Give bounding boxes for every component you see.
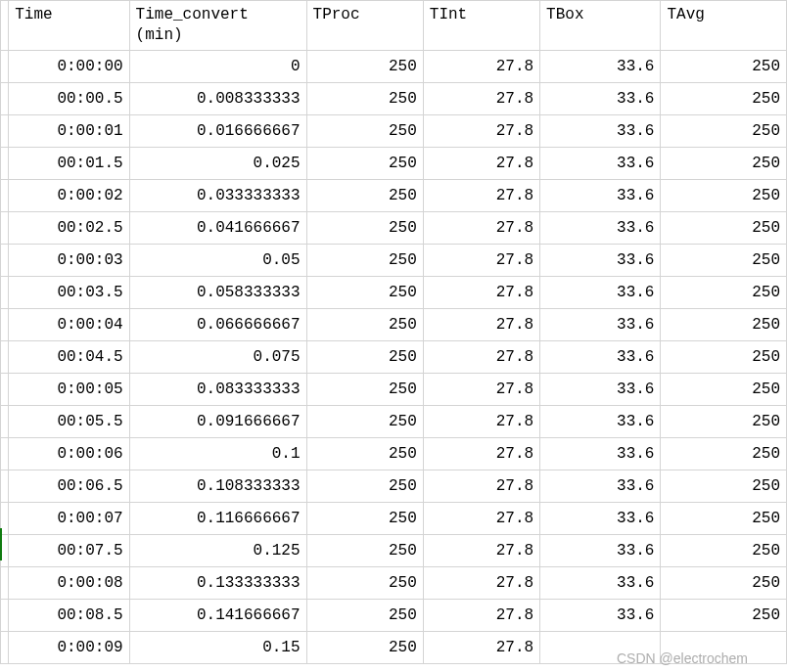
cell-tbox[interactable]: 33.6 (540, 147, 661, 179)
cell-tint[interactable]: 27.8 (423, 50, 539, 82)
cell-time-convert[interactable]: 0.133333333 (129, 566, 306, 599)
cell-tavg[interactable] (661, 631, 787, 663)
cell-tint[interactable]: 27.8 (423, 244, 539, 276)
cell-time[interactable]: 00:01.5 (9, 147, 129, 179)
cell-time[interactable]: 0:00:05 (9, 373, 129, 405)
cell-tavg[interactable]: 250 (661, 82, 787, 114)
cell-tproc[interactable]: 250 (306, 82, 423, 114)
cell-time-convert[interactable]: 0.025 (129, 147, 306, 179)
cell-tbox[interactable]: 33.6 (540, 50, 661, 82)
cell-time[interactable]: 0:00:09 (9, 631, 129, 663)
cell-tbox[interactable]: 33.6 (540, 340, 661, 373)
cell-tint[interactable]: 27.8 (423, 276, 539, 308)
cell-tproc[interactable]: 250 (306, 599, 423, 631)
table-row[interactable]: 0:00:090.1525027.8 (1, 631, 787, 663)
row-head-cell[interactable] (1, 276, 9, 308)
cell-tbox[interactable] (540, 631, 661, 663)
table-row[interactable]: 00:00.50.00833333325027.833.6250 (1, 82, 787, 114)
cell-tproc[interactable]: 250 (306, 147, 423, 179)
row-head-cell[interactable] (1, 470, 9, 502)
cell-tproc[interactable]: 250 (306, 566, 423, 599)
table-row[interactable]: 0:00:020.03333333325027.833.6250 (1, 179, 787, 211)
cell-tavg[interactable]: 250 (661, 340, 787, 373)
cell-time-convert[interactable]: 0.016666667 (129, 114, 306, 147)
cell-tproc[interactable]: 250 (306, 50, 423, 82)
cell-tproc[interactable]: 250 (306, 340, 423, 373)
row-head-cell[interactable] (1, 179, 9, 211)
cell-time[interactable]: 00:07.5 (9, 534, 129, 566)
row-head-cell[interactable] (1, 211, 9, 244)
col-header-time-convert[interactable]: Time_convert (min) (129, 1, 306, 51)
cell-tint[interactable]: 27.8 (423, 502, 539, 534)
cell-tbox[interactable]: 33.6 (540, 437, 661, 470)
cell-time-convert[interactable]: 0.116666667 (129, 502, 306, 534)
cell-time-convert[interactable]: 0.066666667 (129, 308, 306, 340)
table-row[interactable]: 0:00:060.125027.833.6250 (1, 437, 787, 470)
cell-tbox[interactable]: 33.6 (540, 599, 661, 631)
cell-tint[interactable]: 27.8 (423, 179, 539, 211)
cell-tproc[interactable]: 250 (306, 470, 423, 502)
row-head-cell[interactable] (1, 82, 9, 114)
cell-tavg[interactable]: 250 (661, 405, 787, 437)
cell-tint[interactable]: 27.8 (423, 211, 539, 244)
cell-time[interactable]: 0:00:02 (9, 179, 129, 211)
row-head-cell[interactable] (1, 437, 9, 470)
table-row[interactable]: 00:04.50.07525027.833.6250 (1, 340, 787, 373)
table-row[interactable]: 00:05.50.09166666725027.833.6250 (1, 405, 787, 437)
cell-tavg[interactable]: 250 (661, 437, 787, 470)
cell-tint[interactable]: 27.8 (423, 405, 539, 437)
cell-tint[interactable]: 27.8 (423, 114, 539, 147)
cell-tint[interactable]: 27.8 (423, 437, 539, 470)
cell-time-convert[interactable]: 0.141666667 (129, 599, 306, 631)
row-head-cell[interactable] (1, 50, 9, 82)
cell-time-convert[interactable]: 0.041666667 (129, 211, 306, 244)
cell-time[interactable]: 0:00:06 (9, 437, 129, 470)
cell-tavg[interactable]: 250 (661, 308, 787, 340)
cell-tproc[interactable]: 250 (306, 114, 423, 147)
cell-time-convert[interactable]: 0.1 (129, 437, 306, 470)
cell-tint[interactable]: 27.8 (423, 82, 539, 114)
cell-time-convert[interactable]: 0.091666667 (129, 405, 306, 437)
cell-time[interactable]: 00:08.5 (9, 599, 129, 631)
table-row[interactable]: 00:06.50.10833333325027.833.6250 (1, 470, 787, 502)
cell-tavg[interactable]: 250 (661, 502, 787, 534)
cell-time-convert[interactable]: 0.125 (129, 534, 306, 566)
cell-tavg[interactable]: 250 (661, 470, 787, 502)
cell-tproc[interactable]: 250 (306, 631, 423, 663)
cell-tint[interactable]: 27.8 (423, 147, 539, 179)
cell-tbox[interactable]: 33.6 (540, 211, 661, 244)
cell-tproc[interactable]: 250 (306, 373, 423, 405)
cell-time[interactable]: 00:06.5 (9, 470, 129, 502)
cell-tbox[interactable]: 33.6 (540, 470, 661, 502)
cell-time-convert[interactable]: 0.075 (129, 340, 306, 373)
col-header-tbox[interactable]: TBox (540, 1, 661, 51)
cell-time-convert[interactable]: 0.05 (129, 244, 306, 276)
cell-time[interactable]: 00:02.5 (9, 211, 129, 244)
row-head-cell[interactable] (1, 114, 9, 147)
row-head-cell[interactable] (1, 340, 9, 373)
cell-time-convert[interactable]: 0.033333333 (129, 179, 306, 211)
cell-tbox[interactable]: 33.6 (540, 244, 661, 276)
cell-time[interactable]: 0:00:04 (9, 308, 129, 340)
table-row[interactable]: 00:08.50.14166666725027.833.6250 (1, 599, 787, 631)
cell-tbox[interactable]: 33.6 (540, 566, 661, 599)
cell-tbox[interactable]: 33.6 (540, 82, 661, 114)
cell-time[interactable]: 0:00:08 (9, 566, 129, 599)
cell-tbox[interactable]: 33.6 (540, 502, 661, 534)
cell-tavg[interactable]: 250 (661, 534, 787, 566)
table-row[interactable]: 0:00:010.01666666725027.833.6250 (1, 114, 787, 147)
cell-tavg[interactable]: 250 (661, 244, 787, 276)
cell-tproc[interactable]: 250 (306, 308, 423, 340)
cell-time[interactable]: 00:03.5 (9, 276, 129, 308)
row-head-cell[interactable] (1, 405, 9, 437)
table-row[interactable]: 0:00:070.11666666725027.833.6250 (1, 502, 787, 534)
table-row[interactable]: 0:00:080.13333333325027.833.6250 (1, 566, 787, 599)
cell-tproc[interactable]: 250 (306, 244, 423, 276)
row-head-cell[interactable] (1, 308, 9, 340)
cell-tavg[interactable]: 250 (661, 114, 787, 147)
cell-time-convert[interactable]: 0.008333333 (129, 82, 306, 114)
cell-time[interactable]: 00:00.5 (9, 82, 129, 114)
cell-time[interactable]: 00:04.5 (9, 340, 129, 373)
cell-tproc[interactable]: 250 (306, 502, 423, 534)
cell-tbox[interactable]: 33.6 (540, 308, 661, 340)
